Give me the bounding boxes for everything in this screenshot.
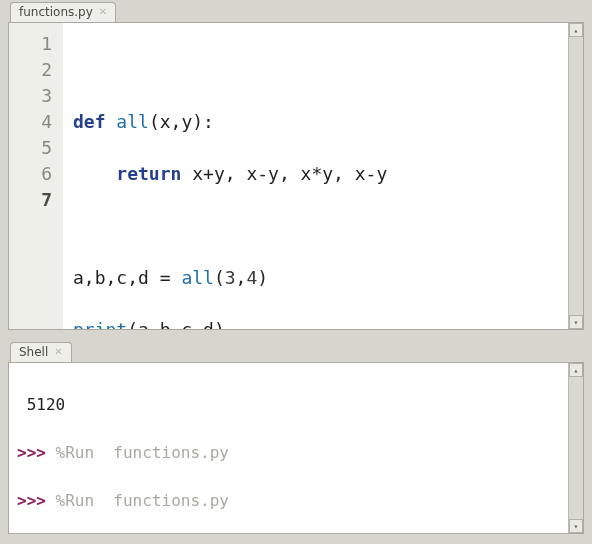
editor-tab-functions[interactable]: functions.py ✕ (10, 2, 116, 22)
code-line (73, 57, 387, 83)
close-icon[interactable]: ✕ (99, 7, 107, 17)
line-number: 1 (9, 31, 52, 57)
line-number: 5 (9, 135, 52, 161)
shell-frame: 5120 >>> %Run functions.py >>> %Run func… (8, 362, 584, 534)
line-number: 6 (9, 161, 52, 187)
magic-command: %Run functions.py (46, 491, 229, 510)
line-number: 3 (9, 83, 52, 109)
shell-panel: Shell ✕ 5120 >>> %Run functions.py >>> %… (4, 340, 588, 540)
prompt-icon: >>> (17, 491, 46, 510)
scroll-up-icon[interactable]: ▴ (569, 363, 583, 377)
scroll-up-icon[interactable]: ▴ (569, 23, 583, 37)
scroll-down-icon[interactable]: ▾ (569, 519, 583, 533)
editor-tab-label: functions.py (19, 5, 93, 19)
editor-gutter: 1 2 3 4 5 6 7 (9, 23, 63, 329)
magic-command: %Run functions.py (46, 443, 229, 462)
shell-tab-row: Shell ✕ (4, 340, 588, 362)
close-icon[interactable]: ✕ (54, 347, 62, 357)
shell-tab-label: Shell (19, 345, 48, 359)
shell-content[interactable]: 5120 >>> %Run functions.py >>> %Run func… (9, 363, 568, 533)
editor-frame: 1 2 3 4 5 6 7 def all(x,y): return x+y, … (8, 22, 584, 330)
line-number: 7 (9, 187, 52, 213)
shell-scrollbar[interactable]: ▴ ▾ (568, 363, 583, 533)
editor-code[interactable]: def all(x,y): return x+y, x-y, x*y, x-y … (63, 23, 387, 329)
editor-body: 1 2 3 4 5 6 7 def all(x,y): return x+y, … (9, 23, 568, 329)
code-line (73, 213, 387, 239)
code-line: a,b,c,d = all(3,4) (73, 265, 387, 291)
shell-output-line: 5120 (17, 393, 560, 417)
line-number: 2 (9, 57, 52, 83)
shell-tab[interactable]: Shell ✕ (10, 342, 72, 362)
editor-scrollbar[interactable]: ▴ ▾ (568, 23, 583, 329)
editor-content[interactable]: 1 2 3 4 5 6 7 def all(x,y): return x+y, … (9, 23, 568, 329)
editor-tab-row: functions.py ✕ (4, 0, 588, 22)
scroll-down-icon[interactable]: ▾ (569, 315, 583, 329)
shell-run-line: >>> %Run functions.py (17, 441, 560, 465)
prompt-icon: >>> (17, 443, 46, 462)
editor-panel: functions.py ✕ 1 2 3 4 5 6 7 def all(x,y… (4, 0, 588, 336)
line-number: 4 (9, 109, 52, 135)
shell-run-line: >>> %Run functions.py (17, 489, 560, 513)
shell-body[interactable]: 5120 >>> %Run functions.py >>> %Run func… (9, 363, 568, 533)
code-line: return x+y, x-y, x*y, x-y (73, 161, 387, 187)
code-line: def all(x,y): (73, 109, 387, 135)
code-line: print(a,b,c,d) (73, 317, 387, 329)
